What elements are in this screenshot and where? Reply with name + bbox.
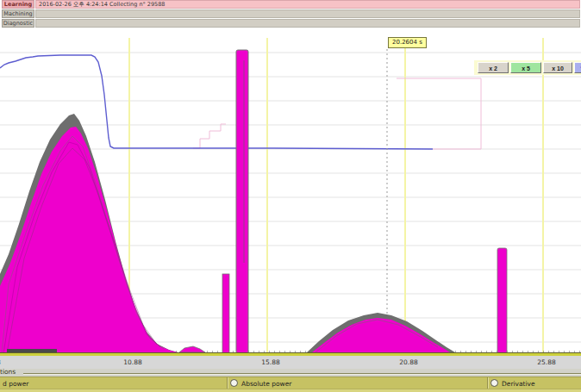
zoom-x5-button[interactable]: x 5 bbox=[510, 62, 541, 73]
x-tick-label: 20.88 bbox=[393, 358, 424, 366]
app-window: Learning 2016-02-26 오후 4:24:14 Collectin… bbox=[0, 0, 581, 392]
zoom-x10-button[interactable]: x 10 bbox=[543, 62, 572, 73]
learning-status-text: 2016-02-26 오후 4:24:14 Collecting n° 2958… bbox=[35, 0, 580, 9]
radio-button[interactable] bbox=[490, 379, 498, 387]
x-tick-label: 10.88 bbox=[117, 358, 148, 366]
x-axis-tick-row: 8 10.8815.8820.8825.88 bbox=[0, 356, 581, 369]
trace-faint-steps bbox=[193, 124, 226, 148]
option-label: d power bbox=[3, 380, 28, 388]
tab-diagnostic[interactable]: Diagnostic bbox=[2, 19, 34, 28]
x-tick-label: 15.88 bbox=[255, 358, 286, 366]
power-chart-canvas[interactable] bbox=[0, 0, 581, 392]
small-bump bbox=[179, 346, 205, 352]
spike-tall bbox=[236, 50, 248, 353]
options-group-border bbox=[23, 373, 581, 375]
options-group-label: tions bbox=[0, 369, 16, 376]
machining-status-text bbox=[35, 9, 580, 18]
header-row-diagnostic: Diagnostic bbox=[0, 19, 581, 28]
options-bottom-strip bbox=[0, 389, 581, 392]
spike-small bbox=[222, 274, 229, 353]
diagnostic-status-text bbox=[35, 19, 580, 28]
tab-machining[interactable]: Machining bbox=[2, 9, 34, 18]
trace-faint-return bbox=[397, 78, 481, 149]
radio-button[interactable] bbox=[230, 379, 238, 387]
spike-right bbox=[497, 248, 507, 353]
zoom-x2-button[interactable]: x 2 bbox=[478, 62, 509, 73]
option-label: Absolute power bbox=[241, 380, 291, 388]
x-tick-label: 25.88 bbox=[531, 358, 562, 366]
tab-learning[interactable]: Learning bbox=[2, 0, 34, 9]
header-row-machining: Machining bbox=[0, 9, 581, 18]
mound-band-magenta bbox=[0, 127, 181, 353]
zoom-toolbar: x 2 x 5 x 10 ? bbox=[474, 60, 581, 75]
clipped-tick-label: 8 bbox=[0, 358, 3, 366]
help-button[interactable]: ? bbox=[574, 62, 581, 73]
option-label: Derivative bbox=[502, 380, 535, 388]
header-row-learning: Learning 2016-02-26 오후 4:24:14 Collectin… bbox=[0, 0, 581, 9]
options-panel: tions d powerAbsolute powerDerivative bbox=[0, 369, 581, 392]
cursor-time-readout: 20.2604 s bbox=[388, 37, 427, 48]
